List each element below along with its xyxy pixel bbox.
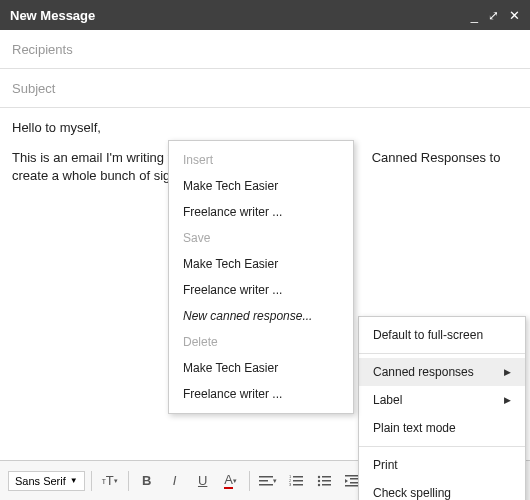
recipients-field[interactable]: Recipients — [0, 30, 530, 69]
underline-button[interactable]: U — [191, 469, 215, 493]
numbered-list-icon: 123 — [289, 474, 303, 488]
toolbar-separator — [91, 471, 92, 491]
window-controls: _ ⤢ ✕ — [471, 8, 520, 23]
svg-rect-2 — [259, 484, 273, 486]
ctx-print[interactable]: Print — [359, 451, 525, 479]
new-canned-response[interactable]: New canned response... — [169, 303, 353, 329]
align-icon — [259, 474, 273, 488]
font-family-select[interactable]: Sans Serif ▼ — [8, 471, 85, 491]
svg-text:3: 3 — [289, 482, 292, 487]
align-button[interactable]: ▾ — [256, 469, 280, 493]
svg-rect-19 — [345, 485, 359, 487]
canned-responses-submenu: Insert Make Tech Easier Freelance writer… — [168, 140, 354, 414]
insert-item[interactable]: Freelance writer ... — [169, 199, 353, 225]
compose-title: New Message — [10, 8, 95, 23]
svg-rect-8 — [293, 484, 303, 486]
ctx-default-fullscreen[interactable]: Default to full-screen — [359, 321, 525, 349]
svg-rect-6 — [293, 480, 303, 482]
toolbar-separator — [249, 471, 250, 491]
indent-less-icon — [345, 474, 359, 488]
svg-point-9 — [317, 475, 319, 477]
svg-rect-14 — [322, 484, 331, 486]
ctx-check-spelling[interactable]: Check spelling — [359, 479, 525, 500]
svg-rect-10 — [322, 476, 331, 478]
delete-item[interactable]: Make Tech Easier — [169, 355, 353, 381]
save-item[interactable]: Freelance writer ... — [169, 277, 353, 303]
bullet-list-icon — [317, 474, 331, 488]
submenu-arrow-icon: ▶ — [504, 367, 511, 377]
bullet-list-button[interactable] — [312, 469, 336, 493]
minimize-icon[interactable]: _ — [471, 8, 478, 23]
more-options-menu: Default to full-screen Canned responses … — [358, 316, 526, 500]
svg-rect-15 — [345, 475, 359, 477]
text-color-button[interactable]: A▾ — [219, 469, 243, 493]
compose-titlebar: New Message _ ⤢ ✕ — [0, 0, 530, 30]
svg-point-11 — [317, 479, 319, 481]
section-delete: Delete — [169, 329, 353, 355]
menu-divider — [359, 353, 525, 354]
svg-rect-1 — [259, 480, 268, 482]
svg-point-13 — [317, 483, 319, 485]
svg-rect-4 — [293, 476, 303, 478]
submenu-arrow-icon: ▶ — [504, 395, 511, 405]
svg-rect-12 — [322, 480, 331, 482]
recipients-placeholder: Recipients — [12, 42, 73, 57]
numbered-list-button[interactable]: 123 — [284, 469, 308, 493]
ctx-label[interactable]: Label ▶ — [359, 386, 525, 414]
close-icon[interactable]: ✕ — [509, 8, 520, 23]
svg-marker-16 — [345, 479, 348, 483]
section-save: Save — [169, 225, 353, 251]
ctx-canned-responses[interactable]: Canned responses ▶ — [359, 358, 525, 386]
dropdown-arrow-icon: ▼ — [70, 476, 78, 485]
font-size-button[interactable]: тT▾ — [98, 469, 122, 493]
delete-item[interactable]: Freelance writer ... — [169, 381, 353, 407]
expand-icon[interactable]: ⤢ — [488, 8, 499, 23]
svg-rect-0 — [259, 476, 273, 478]
menu-divider — [359, 446, 525, 447]
italic-button[interactable]: I — [163, 469, 187, 493]
bold-button[interactable]: B — [135, 469, 159, 493]
insert-item[interactable]: Make Tech Easier — [169, 173, 353, 199]
ctx-plain-text[interactable]: Plain text mode — [359, 414, 525, 442]
section-insert: Insert — [169, 147, 353, 173]
subject-field[interactable]: Subject — [0, 69, 530, 108]
toolbar-separator — [128, 471, 129, 491]
save-item[interactable]: Make Tech Easier — [169, 251, 353, 277]
body-greeting: Hello to myself, — [12, 120, 518, 135]
subject-placeholder: Subject — [12, 81, 55, 96]
